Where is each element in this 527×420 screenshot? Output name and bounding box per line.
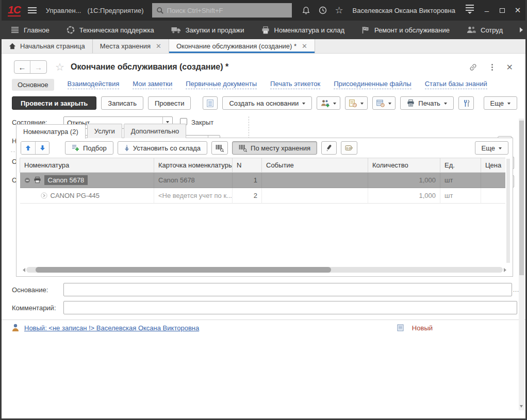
tab-home[interactable]: Начальная страница: [2, 39, 93, 53]
sections-icon: [11, 26, 19, 33]
menu-item-purchases-sales[interactable]: Закупки и продажи: [171, 26, 244, 34]
notifications-bell-icon[interactable]: [298, 3, 315, 18]
scroll-down-arrow-icon[interactable]: [520, 405, 523, 409]
create-on-basis-button[interactable]: Создать на основании: [222, 96, 312, 110]
create-task-button[interactable]: [345, 96, 368, 110]
history-icon[interactable]: [315, 3, 331, 18]
maximize-button[interactable]: [495, 4, 510, 17]
footer-right: Новый: [397, 324, 515, 332]
dropdown-arrow-icon: [444, 103, 447, 106]
more-menu-kebab-icon[interactable]: [490, 63, 494, 72]
global-search-input[interactable]: Поиск Ctrl+Shift+F: [152, 3, 292, 18]
nav-my-notes[interactable]: Мои заметки: [133, 80, 172, 89]
forward-button[interactable]: →: [30, 61, 46, 73]
hscroll-track[interactable]: [26, 267, 503, 273]
back-button[interactable]: ←: [14, 61, 30, 73]
tab-close-icon[interactable]: ✕: [302, 42, 307, 50]
table-vertical-scrollbar[interactable]: [506, 159, 510, 263]
menu-item-tech-support[interactable]: Техническая поддержка: [67, 26, 154, 34]
barcode-scan-button[interactable]: [211, 141, 228, 155]
comment-input[interactable]: [63, 301, 517, 314]
col-card[interactable]: Карточка номенклатуры: [154, 158, 233, 173]
lifebuoy-icon: [67, 26, 75, 34]
col-price[interactable]: Цена: [481, 158, 506, 173]
link-icon[interactable]: [468, 62, 478, 72]
hamburger-menu-icon[interactable]: [28, 7, 37, 13]
more-button[interactable]: Еще: [484, 96, 517, 110]
move-down-button[interactable]: [35, 142, 49, 154]
tab-service-completion[interactable]: Окончание обслуживания (создание) * ✕: [169, 39, 315, 53]
window-title-suffix: (1С:Предприятие): [87, 7, 143, 14]
title-bar: 1С Управлен...(1С:Предприятие) Поиск Ctr…: [2, 0, 525, 21]
form-toolbar: Провести и закрыть Записать Провести Соз…: [2, 94, 525, 113]
nav-label-printing[interactable]: Печать этикеток: [270, 80, 320, 89]
basis-input[interactable]: [63, 283, 512, 296]
table-header-row: Номенклатура Карточка номенклатуры N Соб…: [20, 158, 506, 173]
pick-button[interactable]: Подбор: [65, 141, 113, 155]
page-title: Окончание обслуживания (создание) *: [71, 62, 228, 72]
bell-icon: [302, 6, 310, 15]
add-contact-button[interactable]: [317, 96, 340, 110]
table-row[interactable]: CANON PG-445 <Не ведется учет по к... 2 …: [20, 188, 506, 204]
menu-item-repair-service[interactable]: Ремонт и обслуживание: [361, 26, 450, 34]
col-quantity[interactable]: Количество: [368, 158, 440, 173]
menu-item-main[interactable]: Главное: [11, 26, 50, 34]
close-form-icon[interactable]: ✕: [506, 62, 513, 72]
items-more-button[interactable]: Еще: [475, 141, 508, 155]
table-row-selected[interactable]: Canon 5678 Canon 5678 1 1,000 шт: [20, 173, 506, 188]
collapse-node-icon[interactable]: [24, 177, 30, 183]
price-tag-button[interactable]: 0-3: [341, 141, 357, 155]
hscroll-thumb[interactable]: [36, 267, 331, 273]
tab-services[interactable]: Услуги: [87, 124, 122, 138]
scroll-left-arrow-icon[interactable]: [21, 268, 25, 272]
post-and-close-button[interactable]: Провести и закрыть: [12, 96, 96, 110]
nav-main[interactable]: Основное: [12, 79, 54, 91]
tab-additional[interactable]: Дополнительно: [124, 124, 187, 138]
menu-overflow-arrow-icon[interactable]: [520, 27, 525, 32]
nav-interactions[interactable]: Взаимодействия: [68, 80, 120, 89]
service-menu-icon[interactable]: [466, 5, 474, 16]
nav-primary-documents[interactable]: Первичные документы: [186, 80, 257, 89]
table-horizontal-scrollbar[interactable]: [21, 266, 508, 273]
menu-item-label: Закупки и продажи: [186, 26, 244, 34]
menu-item-label: Техническая поддержка: [79, 26, 154, 34]
menu-item-employees[interactable]: Сотруд: [467, 26, 503, 34]
scroll-right-arrow-icon[interactable]: [504, 268, 508, 272]
print-button[interactable]: Печать: [400, 96, 454, 110]
current-user-name[interactable]: Васелевская Оксана Викторовна: [353, 7, 455, 14]
marker-button[interactable]: [321, 141, 337, 155]
tab-close-icon[interactable]: ✕: [156, 42, 161, 50]
vscroll-thumb[interactable]: [519, 121, 524, 275]
node-arrow-icon: [41, 192, 47, 199]
items-table: Номенклатура Карточка номенклатуры N Соб…: [20, 158, 505, 204]
post-button[interactable]: Провести: [148, 96, 191, 110]
write-button[interactable]: Записать: [101, 96, 143, 110]
create-reminder-button[interactable]: [372, 96, 396, 110]
dropdown-arrow-icon: [333, 103, 336, 106]
col-unit[interactable]: Ед.: [440, 158, 481, 173]
col-nomenclature[interactable]: Номенклатура: [20, 158, 154, 173]
favorite-star-icon[interactable]: ☆: [55, 61, 64, 73]
price-tag-icon: 0-3: [345, 144, 353, 152]
menu-item-nomenclature-warehouse[interactable]: Номенклатура и склад: [261, 26, 344, 34]
settings-tools-button[interactable]: [458, 96, 474, 110]
minimize-button[interactable]: –: [479, 4, 495, 17]
document-status-link[interactable]: Новый: <не записан !> Васелевская Оксана…: [24, 324, 199, 332]
page-vertical-scrollbar[interactable]: [519, 119, 524, 410]
favorites-star-icon[interactable]: ☆: [331, 3, 348, 18]
menu-item-label: Главное: [24, 26, 50, 34]
close-window-button[interactable]: ✕: [510, 4, 525, 17]
tab-storage-places[interactable]: Места хранения ✕: [93, 39, 169, 53]
set-from-stock-button[interactable]: Установить со склада: [118, 141, 207, 155]
col-n[interactable]: N: [233, 158, 262, 173]
dropdown-arrow-icon: [507, 103, 510, 106]
document-register-button[interactable]: [203, 96, 218, 110]
tab-nomenclature[interactable]: Номенклатура (2): [16, 124, 86, 139]
window-title: Управлен...(1С:Предприятие): [46, 7, 144, 14]
nav-knowledge-base[interactable]: Статьи базы знаний: [425, 80, 487, 89]
by-storage-place-toggle[interactable]: По месту хранения: [232, 141, 317, 155]
cell-quantity: 1,000: [368, 188, 440, 204]
nav-attached-files[interactable]: Присоединенные файлы: [334, 80, 411, 89]
move-up-button[interactable]: [21, 142, 35, 154]
col-event[interactable]: Событие: [262, 158, 368, 173]
